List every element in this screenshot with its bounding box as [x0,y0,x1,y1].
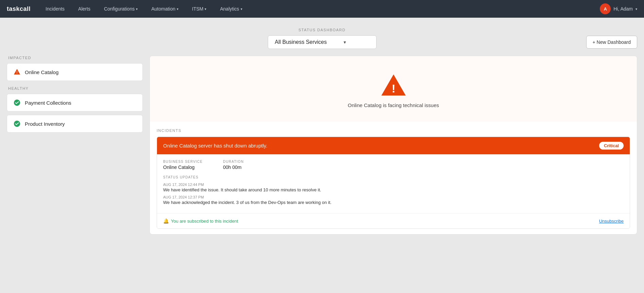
svg-text:!: ! [16,71,17,74]
dropdown-chevron-icon: ▾ [344,39,346,45]
impacted-section: IMPACTED ! Online Catalog [7,56,143,81]
large-warning-icon: ! [380,73,407,97]
update-text-2: We have acknowledged the incident. 3 of … [163,200,624,205]
service-item-payment-collections[interactable]: Payment Collections [7,94,143,111]
incident-meta: BUSINESS SERVICE Online Catalog DURATION… [163,160,624,170]
duration-block: DURATION 00h 00m [223,160,244,170]
nav-itsm[interactable]: ITSM ▾ [190,5,208,13]
automation-caret: ▾ [177,7,178,11]
check-circle-icon [13,99,21,106]
user-dropdown-caret: ▾ [636,7,637,11]
nav-incidents[interactable]: Incidents [43,5,67,13]
incident-footer: 🔔 You are subscribed to this incident Un… [157,213,630,228]
critical-badge: Critical [599,142,624,150]
bell-icon: 🔔 [163,218,169,224]
update-entry-2: AUG 17, 2024 12:37 PM We have acknowledg… [163,195,624,205]
incidents-section: INCIDENTS Online Catalog server has shut… [150,122,637,229]
healthy-label: HEALTHY [7,86,143,90]
brand-logo: taskcall [7,5,31,13]
main-content: IMPACTED ! Online Catalog HEALTHY [7,56,637,235]
update-entry-1: AUG 17, 2024 12:44 PM We have identified… [163,183,624,192]
incident-body: BUSINESS SERVICE Online Catalog DURATION… [157,154,630,213]
subscribed-indicator: 🔔 You are subscribed to this incident [163,218,238,224]
right-panel: ! Online Catalog is facing technical iss… [150,56,637,235]
status-dashboard-label: STATUS DASHBOARD [298,28,346,32]
service-item-product-inventory[interactable]: Product Inventory [7,115,143,133]
incident-title: Online Catalog server has shut down abru… [163,143,267,149]
impacted-label: IMPACTED [7,56,143,60]
warning-area: ! Online Catalog is facing technical iss… [150,56,637,122]
business-service-block: BUSINESS SERVICE Online Catalog [163,160,203,170]
duration-key: DURATION [223,160,244,163]
left-panel: IMPACTED ! Online Catalog HEALTHY [7,56,143,136]
incidents-label: INCIDENTS [157,128,630,133]
nav-automation[interactable]: Automation ▾ [149,5,180,13]
dropdown-value: All Business Services [275,39,327,45]
duration-value: 00h 00m [223,165,244,170]
update-text-1: We have identified the issue. It should … [163,187,624,192]
check-circle-icon-2 [13,120,21,127]
update-time-2: AUG 17, 2024 12:37 PM [163,195,624,199]
service-item-online-catalog[interactable]: ! Online Catalog [7,63,143,81]
unsubscribe-link[interactable]: Unsubscribe [599,219,624,224]
user-label: Hi, Adam [613,6,633,12]
incident-header: Online Catalog server has shut down abru… [157,137,630,154]
configurations-caret: ▾ [136,7,138,11]
update-time-1: AUG 17, 2024 12:44 PM [163,183,624,187]
new-dashboard-button[interactable]: + New Dashboard [586,36,637,49]
warning-message: Online Catalog is facing technical issue… [348,102,439,108]
analytics-caret: ▾ [241,7,242,11]
business-service-key: BUSINESS SERVICE [163,160,203,163]
status-header: STATUS DASHBOARD All Business Services ▾… [7,28,637,49]
itsm-caret: ▾ [205,7,206,11]
nav-analytics[interactable]: Analytics ▾ [218,5,244,13]
page-content: STATUS DASHBOARD All Business Services ▾… [0,18,644,241]
business-services-dropdown[interactable]: All Business Services ▾ [268,35,377,49]
avatar: A [600,3,611,14]
status-updates-label: STATUS UPDATES [163,175,624,179]
business-service-value: Online Catalog [163,165,203,170]
nav-alerts[interactable]: Alerts [76,5,92,13]
healthy-section: HEALTHY Payment Collections Product Inve… [7,86,143,133]
nav-configurations[interactable]: Configurations ▾ [102,5,140,13]
user-menu[interactable]: A Hi, Adam ▾ [600,3,637,14]
svg-text:!: ! [391,82,395,95]
warning-icon: ! [13,68,21,76]
navbar: taskcall Incidents Alerts Configurations… [0,0,644,18]
incident-card: Online Catalog server has shut down abru… [157,137,630,229]
header-row: All Business Services ▾ + New Dashboard [7,35,637,49]
